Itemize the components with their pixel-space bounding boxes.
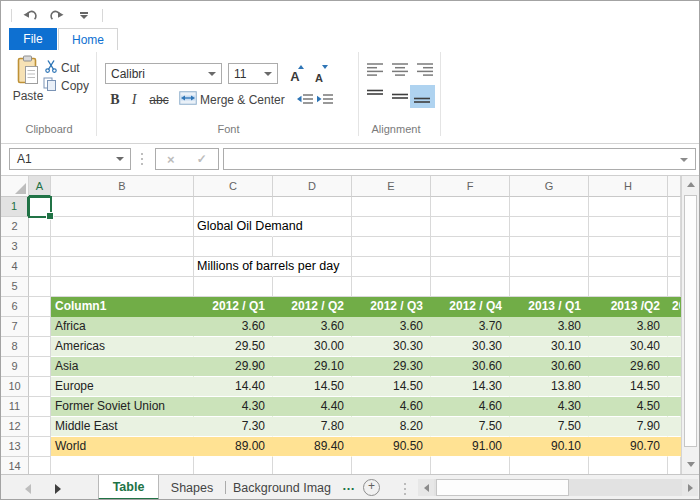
- top-align-button[interactable]: [367, 89, 384, 104]
- row-header-1[interactable]: 1: [1, 197, 29, 217]
- bottom-align-button[interactable]: [414, 89, 431, 104]
- cell-D5[interactable]: [273, 277, 352, 297]
- cell-C9[interactable]: 29.90: [194, 357, 273, 377]
- redo-icon[interactable]: [48, 7, 66, 23]
- cell-E2[interactable]: [352, 217, 431, 237]
- cell-C11[interactable]: 4.30: [194, 397, 273, 417]
- cell-F7[interactable]: 3.70: [431, 317, 510, 337]
- cell-A4[interactable]: [29, 257, 51, 277]
- font-name-combobox[interactable]: Calibri: [105, 63, 222, 84]
- cut-button[interactable]: Cut: [45, 60, 80, 76]
- cell-B3[interactable]: [51, 237, 194, 257]
- select-all-button[interactable]: [1, 176, 29, 197]
- cell-C14[interactable]: [194, 457, 273, 474]
- cell-F13[interactable]: 91.00: [431, 437, 510, 457]
- italic-button[interactable]: I: [128, 89, 140, 111]
- cell-F14[interactable]: [431, 457, 510, 474]
- cell-F4[interactable]: [431, 257, 510, 277]
- expand-formula-bar-icon[interactable]: [680, 158, 688, 162]
- copy-button[interactable]: Copy: [43, 78, 89, 94]
- cell-H7[interactable]: 3.80: [589, 317, 668, 337]
- cell-I14[interactable]: [668, 457, 681, 474]
- scroll-down-icon[interactable]: [682, 456, 699, 473]
- cell-A7[interactable]: [29, 317, 51, 337]
- cell-G9[interactable]: 30.60: [510, 357, 589, 377]
- cell-D14[interactable]: [273, 457, 352, 474]
- cell-B12[interactable]: Middle East: [51, 417, 194, 437]
- cell-D13[interactable]: 89.40: [273, 437, 352, 457]
- sheet-nav-left-icon[interactable]: [25, 484, 31, 494]
- cell-I3[interactable]: [668, 237, 681, 257]
- cell-B9[interactable]: Asia: [51, 357, 194, 377]
- cell-G14[interactable]: [510, 457, 589, 474]
- cell-G12[interactable]: 7.50: [510, 417, 589, 437]
- col-header-C[interactable]: C: [194, 176, 273, 197]
- row-header-7[interactable]: 7: [1, 317, 29, 337]
- cell-D1[interactable]: [273, 197, 352, 217]
- col-header-partial[interactable]: [668, 176, 681, 197]
- cancel-icon[interactable]: ×: [167, 152, 175, 167]
- cell-I4[interactable]: [668, 257, 681, 277]
- cell-I5[interactable]: [668, 277, 681, 297]
- cell-E7[interactable]: 3.60: [352, 317, 431, 337]
- cell-H10[interactable]: 14.50: [589, 377, 668, 397]
- col-header-A[interactable]: A: [29, 176, 51, 197]
- cell-F10[interactable]: 14.30: [431, 377, 510, 397]
- cell-H12[interactable]: 7.90: [589, 417, 668, 437]
- cell-B14[interactable]: [51, 457, 194, 474]
- cell-A13[interactable]: [29, 437, 51, 457]
- cell-C5[interactable]: [194, 277, 273, 297]
- cell-C3[interactable]: [194, 237, 273, 257]
- col-header-G[interactable]: G: [510, 176, 589, 197]
- cell-A11[interactable]: [29, 397, 51, 417]
- cell-F1[interactable]: [431, 197, 510, 217]
- cell-E6[interactable]: 2012 / Q3: [352, 297, 431, 317]
- cell-C8[interactable]: 29.50: [194, 337, 273, 357]
- cell-C1[interactable]: [194, 197, 273, 217]
- cell-E8[interactable]: 30.30: [352, 337, 431, 357]
- cell-C2[interactable]: Global Oil Demand: [194, 217, 273, 237]
- cell-E11[interactable]: 4.60: [352, 397, 431, 417]
- row-header-11[interactable]: 11: [1, 397, 29, 417]
- cell-G5[interactable]: [510, 277, 589, 297]
- cell-I7[interactable]: [668, 317, 681, 337]
- cell-I9[interactable]: [668, 357, 681, 377]
- cell-A8[interactable]: [29, 337, 51, 357]
- row-header-12[interactable]: 12: [1, 417, 29, 437]
- name-box[interactable]: A1: [9, 148, 131, 170]
- sheet-tab-background-image[interactable]: Background Imag: [226, 475, 338, 500]
- fill-handle[interactable]: [46, 212, 54, 220]
- cell-B7[interactable]: Africa: [51, 317, 194, 337]
- row-header-13[interactable]: 13: [1, 437, 29, 457]
- row-header-8[interactable]: 8: [1, 337, 29, 357]
- cell-B2[interactable]: [51, 217, 194, 237]
- cell-E13[interactable]: 90.50: [352, 437, 431, 457]
- cell-I6[interactable]: 20: [668, 297, 681, 317]
- cell-E12[interactable]: 8.20: [352, 417, 431, 437]
- sheet-tab-table[interactable]: Table: [98, 475, 159, 500]
- cell-H4[interactable]: [589, 257, 668, 277]
- strikethrough-button[interactable]: abc: [146, 89, 172, 111]
- row-header-3[interactable]: 3: [1, 237, 29, 257]
- cell-D12[interactable]: 7.80: [273, 417, 352, 437]
- cell-B4[interactable]: [51, 257, 194, 277]
- cell-A12[interactable]: [29, 417, 51, 437]
- horizontal-scrollbar-thumb[interactable]: [436, 479, 569, 496]
- cell-F6[interactable]: 2012 / Q4: [431, 297, 510, 317]
- align-center-button[interactable]: [392, 62, 409, 77]
- cell-G11[interactable]: 4.30: [510, 397, 589, 417]
- cell-H14[interactable]: [589, 457, 668, 474]
- cell-B8[interactable]: Americas: [51, 337, 194, 357]
- vertical-scrollbar-thumb[interactable]: [684, 195, 697, 447]
- cell-I8[interactable]: [668, 337, 681, 357]
- increase-font-size-button[interactable]: A: [284, 63, 306, 84]
- sheet-nav-right-icon[interactable]: [55, 484, 61, 494]
- cell-H1[interactable]: [589, 197, 668, 217]
- middle-align-button[interactable]: [392, 89, 409, 104]
- cell-H11[interactable]: 4.50: [589, 397, 668, 417]
- cell-G2[interactable]: [510, 217, 589, 237]
- cell-A3[interactable]: [29, 237, 51, 257]
- cell-E5[interactable]: [352, 277, 431, 297]
- cell-D10[interactable]: 14.50: [273, 377, 352, 397]
- cell-G4[interactable]: [510, 257, 589, 277]
